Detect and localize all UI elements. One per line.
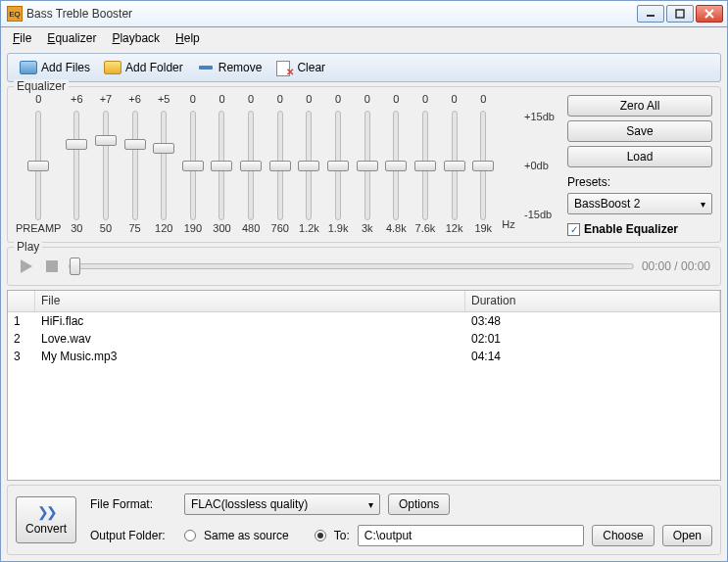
equalizer-label: Equalizer	[14, 79, 69, 93]
eq-slider-480[interactable]: 0480	[237, 93, 265, 238]
menu-playback[interactable]: Playback	[106, 29, 166, 47]
file-list: File Duration 1HiFi.flac03:482Love.wav02…	[7, 290, 721, 481]
to-label: To:	[334, 529, 350, 542]
svg-marker-4	[21, 259, 32, 273]
presets-label: Presets:	[567, 175, 712, 189]
choose-button[interactable]: Choose	[592, 525, 654, 546]
presets-select[interactable]: BassBoost 2	[567, 193, 712, 214]
enable-equalizer-label: Enable Equalizer	[584, 222, 678, 236]
slider-thumb[interactable]	[298, 161, 319, 171]
slider-thumb[interactable]	[444, 161, 465, 171]
time-display: 00:00 / 00:00	[642, 259, 710, 273]
app-icon: EQ	[7, 6, 23, 22]
eq-slider-4.8k[interactable]: 04.8k	[383, 93, 411, 238]
menu-help[interactable]: Help	[170, 29, 206, 47]
convert-button[interactable]: ❯❯ Convert	[16, 496, 76, 543]
add-folder-button[interactable]: Add Folder	[100, 58, 187, 77]
slider-thumb[interactable]	[269, 161, 291, 171]
svg-rect-1	[676, 10, 684, 18]
title-bar: EQ Bass Treble Booster	[0, 0, 728, 27]
file-format-label: File Format:	[90, 497, 176, 511]
stop-button[interactable]	[43, 258, 61, 275]
slider-thumb[interactable]	[240, 161, 262, 171]
play-group: Play 00:00 / 00:00	[7, 247, 721, 286]
slider-thumb[interactable]	[95, 135, 117, 146]
slider-thumb[interactable]	[327, 161, 349, 171]
slider-thumb[interactable]	[211, 161, 232, 171]
eq-slider-50[interactable]: +750	[92, 93, 120, 238]
eq-slider-12k[interactable]: 012k	[441, 93, 468, 238]
eq-slider-190[interactable]: 0190	[179, 93, 207, 238]
eq-slider-1.9k[interactable]: 01.9k	[324, 93, 352, 238]
close-button[interactable]	[696, 5, 723, 23]
slider-thumb[interactable]	[124, 139, 146, 150]
slider-thumb[interactable]	[66, 139, 87, 150]
convert-icon: ❯❯	[37, 504, 55, 520]
col-number[interactable]	[8, 291, 35, 311]
zero-all-button[interactable]: Zero All	[567, 95, 712, 117]
seek-thumb[interactable]	[70, 258, 80, 275]
output-path-field[interactable]: C:\output	[358, 525, 585, 546]
minus-icon	[197, 60, 215, 75]
menu-file[interactable]: File	[7, 29, 37, 47]
enable-equalizer-checkbox[interactable]: ✓	[567, 223, 580, 236]
play-label: Play	[14, 240, 42, 254]
slider-thumb[interactable]	[472, 161, 494, 171]
eq-slider-30[interactable]: +630	[63, 93, 90, 238]
slider-thumb[interactable]	[182, 161, 204, 171]
folder-open-icon	[20, 60, 37, 75]
add-files-button[interactable]: Add Files	[16, 58, 94, 77]
col-file[interactable]: File	[35, 291, 465, 311]
minimize-button[interactable]	[637, 5, 664, 23]
eq-slider-760[interactable]: 0760	[267, 93, 294, 238]
output-folder-label: Output Folder:	[90, 529, 176, 542]
seek-slider[interactable]	[69, 263, 634, 269]
db-scale: +15db +0db -15db	[524, 93, 561, 238]
slider-thumb[interactable]	[153, 143, 174, 154]
svg-rect-5	[46, 260, 58, 272]
clear-button[interactable]: Clear	[271, 58, 329, 77]
eq-slider-19k[interactable]: 019k	[469, 93, 497, 238]
slider-thumb[interactable]	[385, 161, 407, 171]
table-row[interactable]: 1HiFi.flac03:48	[8, 312, 720, 330]
eq-slider-120[interactable]: +5120	[150, 93, 177, 238]
col-duration[interactable]: Duration	[465, 291, 720, 311]
table-row[interactable]: 3My Music.mp304:14	[8, 348, 720, 365]
eq-slider-7.6k[interactable]: 07.6k	[412, 93, 439, 238]
eq-slider-75[interactable]: +675	[121, 93, 149, 238]
eq-slider-3k[interactable]: 03k	[354, 93, 381, 238]
app-title: Bass Treble Booster	[26, 7, 637, 21]
eq-slider-300[interactable]: 0300	[209, 93, 236, 238]
menu-equalizer[interactable]: Equalizer	[41, 29, 102, 47]
slider-thumb[interactable]	[27, 161, 49, 171]
to-radio[interactable]	[315, 530, 326, 541]
eq-slider-1.2k[interactable]: 01.2k	[296, 93, 323, 238]
output-panel: ❯❯ Convert File Format: FLAC(lossless qu…	[7, 485, 721, 555]
slider-thumb[interactable]	[357, 161, 378, 171]
play-button[interactable]	[18, 258, 35, 275]
slider-thumb[interactable]	[414, 161, 436, 171]
same-as-source-label: Same as source	[204, 529, 289, 542]
preamp-slider[interactable]: 0PREAMP	[16, 93, 61, 238]
open-button[interactable]: Open	[662, 525, 712, 546]
file-format-select[interactable]: FLAC(lossless quality)	[184, 493, 380, 515]
clear-icon	[275, 60, 293, 75]
save-button[interactable]: Save	[567, 120, 712, 142]
maximize-button[interactable]	[666, 5, 694, 23]
menu-bar: File Equalizer Playback Help	[0, 27, 728, 49]
table-row[interactable]: 2Love.wav02:01	[8, 330, 720, 348]
file-list-header: File Duration	[8, 291, 720, 312]
toolbar: Add Files Add Folder Remove Clear	[7, 53, 721, 82]
equalizer-group: Equalizer 0PREAMP+630+750+675+5120019003…	[7, 86, 721, 243]
options-button[interactable]: Options	[388, 493, 450, 515]
folder-icon	[104, 60, 121, 75]
same-as-source-radio[interactable]	[184, 530, 196, 541]
remove-button[interactable]: Remove	[193, 58, 267, 77]
load-button[interactable]: Load	[567, 146, 712, 167]
